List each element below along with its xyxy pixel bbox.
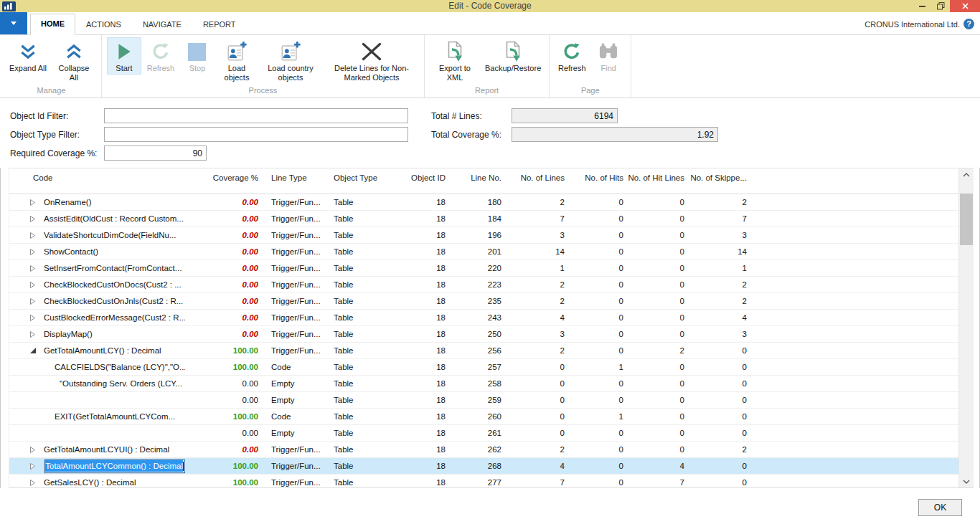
table-row[interactable]: CALCFIELDS("Balance (LCY)","O... 100.00 … xyxy=(9,359,958,376)
object-type-cell: Table xyxy=(325,475,395,487)
tree-arrow-icon[interactable] xyxy=(29,232,44,239)
scrollbar-thumb[interactable] xyxy=(960,194,973,245)
scrollbar-track[interactable] xyxy=(959,181,974,475)
object-id-cell: 18 xyxy=(395,475,448,487)
total-lines-label: Total # Lines: xyxy=(431,111,482,121)
tree-arrow-icon[interactable] xyxy=(29,479,44,487)
person-add-icon xyxy=(280,39,301,64)
ribbon-button-expand-all[interactable]: Expand All xyxy=(6,37,50,75)
ribbon-group-page: Refresh Find Page xyxy=(550,35,631,97)
object-type-filter-input[interactable] xyxy=(104,127,408,142)
tree-arrow-icon[interactable] xyxy=(29,462,44,470)
code-cell: SetInsertFromContact(FromContact... xyxy=(9,260,185,276)
ribbon-button-export-to-xml[interactable]: Export to XML xyxy=(430,37,480,83)
column-header-line-type[interactable]: Line Type xyxy=(263,168,325,194)
vertical-scrollbar[interactable] xyxy=(958,168,974,487)
tree-arrow-icon[interactable] xyxy=(29,248,44,256)
ribbon-button-backup-restore[interactable]: Backup/Restore xyxy=(482,37,544,75)
line-no-cell: 243 xyxy=(448,310,504,325)
tree-arrow-icon[interactable] xyxy=(29,446,44,454)
object-id-cell: 18 xyxy=(395,326,448,342)
filler-cell xyxy=(750,194,958,210)
scroll-up-button[interactable] xyxy=(959,168,974,181)
line-no-cell: 196 xyxy=(448,227,504,243)
tree-arrow-icon[interactable] xyxy=(29,215,44,223)
tree-arrow-icon[interactable] xyxy=(29,265,44,272)
object-id-cell: 18 xyxy=(395,376,448,391)
object-type-cell: Table xyxy=(325,244,395,260)
ribbon-button-delete-lines[interactable]: Delete Lines for Non-Marked Objects xyxy=(324,37,419,83)
tree-arrow-icon[interactable] xyxy=(29,199,44,206)
table-row[interactable]: TotalAmountLCYCommon() : Decimal 100.00 … xyxy=(9,458,958,475)
object-id-filter-input[interactable] xyxy=(104,108,408,123)
object-type-filter-label: Object Type Filter: xyxy=(10,130,80,140)
table-row[interactable]: GetTotalAmountLCY() : Decimal 100.00 Tri… xyxy=(9,343,958,359)
tab-report[interactable]: REPORT xyxy=(192,14,247,34)
ribbon-button-load-country-objects[interactable]: Load country objects xyxy=(259,37,322,83)
table-row[interactable]: ValidateShortcutDimCode(FieldNu... 0.00 … xyxy=(9,227,958,244)
tab-actions[interactable]: ACTIONS xyxy=(75,14,132,34)
object-id-filter-label: Object Id Filter: xyxy=(10,111,68,121)
object-type-cell: Table xyxy=(325,194,395,210)
ribbon-button-load-objects[interactable]: Load objects xyxy=(217,37,257,83)
tree-arrow-icon[interactable] xyxy=(29,347,44,354)
restore-button[interactable] xyxy=(931,0,950,12)
table-row[interactable]: CheckBlockedCustOnJnls(Cust2 : R... 0.00… xyxy=(9,293,958,310)
object-id-cell: 18 xyxy=(395,425,448,441)
no-of-hits-cell: 0 xyxy=(567,194,626,210)
column-header-no-of-hits[interactable]: No. of Hits xyxy=(567,168,626,194)
table-row[interactable]: 0.00 Empty Table 18 261 0 0 0 0 xyxy=(9,425,958,442)
table-row[interactable]: GetSalesLCY() : Decimal 100.00 Trigger/F… xyxy=(9,475,958,487)
table-row[interactable]: EXIT(GetTotalAmountLCYCom... 100.00 Code… xyxy=(9,409,958,425)
code-cell: CALCFIELDS("Balance (LCY)","O... xyxy=(9,359,185,375)
table-row[interactable]: SetInsertFromContact(FromContact... 0.00… xyxy=(9,260,958,277)
ribbon-button-refresh-page[interactable]: Refresh xyxy=(555,37,589,75)
column-header-no-of-skipped[interactable]: No. of Skippe... xyxy=(687,168,750,194)
filler-cell xyxy=(750,310,958,325)
ribbon-group-process: Start Refresh Stop Load objects Load cou… xyxy=(102,35,425,97)
help-icon[interactable]: ? xyxy=(963,19,974,29)
column-header-object-id[interactable]: Object ID xyxy=(395,168,448,194)
column-header-no-of-lines[interactable]: No. of Lines xyxy=(504,168,567,194)
filler-cell xyxy=(750,244,958,260)
tree-arrow-icon[interactable] xyxy=(29,297,44,305)
ok-button[interactable]: OK xyxy=(918,499,962,516)
column-header-no-of-hit-lines[interactable]: No. of Hit Lines xyxy=(626,168,687,194)
scroll-down-button[interactable] xyxy=(959,475,974,487)
application-menu-button[interactable] xyxy=(0,12,27,34)
table-row[interactable]: DisplayMap() 0.00 Trigger/Fun... Table 1… xyxy=(9,326,958,343)
table-row[interactable]: 0.00 Empty Table 18 259 0 0 0 0 xyxy=(9,392,958,409)
tab-home[interactable]: HOME xyxy=(30,14,75,35)
tree-arrow-icon[interactable] xyxy=(29,281,44,289)
minimize-button[interactable] xyxy=(913,0,931,12)
ribbon-button-start[interactable]: Start xyxy=(107,37,141,75)
table-row[interactable]: "Outstanding Serv. Orders (LCY... 0.00 E… xyxy=(9,376,958,392)
ribbon-button-collapse-all[interactable]: Collapse All xyxy=(52,37,96,83)
filter-panel: Object Id Filter: Object Type Filter: Re… xyxy=(0,98,980,168)
no-of-skipped-cell: 4 xyxy=(687,310,750,325)
ribbon-group-manage: Expand All Collapse All Manage xyxy=(1,35,102,97)
tree-arrow-icon[interactable] xyxy=(29,330,44,338)
table-row[interactable]: CustBlockedErrorMessage(Cust2 : R... 0.0… xyxy=(9,310,958,326)
table-row[interactable]: GetTotalAmountLCYUI() : Decimal 0.00 Tri… xyxy=(9,442,958,458)
close-button[interactable] xyxy=(950,0,980,12)
no-of-hits-cell: 1 xyxy=(567,359,626,375)
stop-icon xyxy=(188,39,206,64)
table-row[interactable]: ShowContact() 0.00 Trigger/Fun... Table … xyxy=(9,244,958,260)
no-of-skipped-cell: 0 xyxy=(687,425,750,441)
table-row[interactable]: AssistEdit(OldCust : Record Custom... 0.… xyxy=(9,211,958,227)
inline-edit-field[interactable]: TotalAmountLCYCommon() : Decimal xyxy=(44,460,185,473)
no-of-hit-lines-cell: 0 xyxy=(626,326,687,342)
coverage-cell: 0.00 xyxy=(185,227,263,243)
table-row[interactable]: OnRename() 0.00 Trigger/Fun... Table 18 … xyxy=(9,194,958,211)
column-header-line-no[interactable]: Line No. xyxy=(448,168,504,194)
object-id-cell: 18 xyxy=(395,211,448,227)
tree-arrow-icon[interactable] xyxy=(29,314,44,322)
table-row[interactable]: CheckBlockedCustOnDocs(Cust2 : ... 0.00 … xyxy=(9,277,958,293)
column-header-code[interactable]: Code xyxy=(9,168,185,194)
tab-navigate[interactable]: NAVIGATE xyxy=(132,14,192,34)
ribbon-button-stop: Stop xyxy=(180,37,215,75)
column-header-object-type[interactable]: Object Type xyxy=(325,168,395,194)
required-coverage-input[interactable] xyxy=(104,146,207,161)
column-header-coverage[interactable]: Coverage % xyxy=(185,168,263,194)
